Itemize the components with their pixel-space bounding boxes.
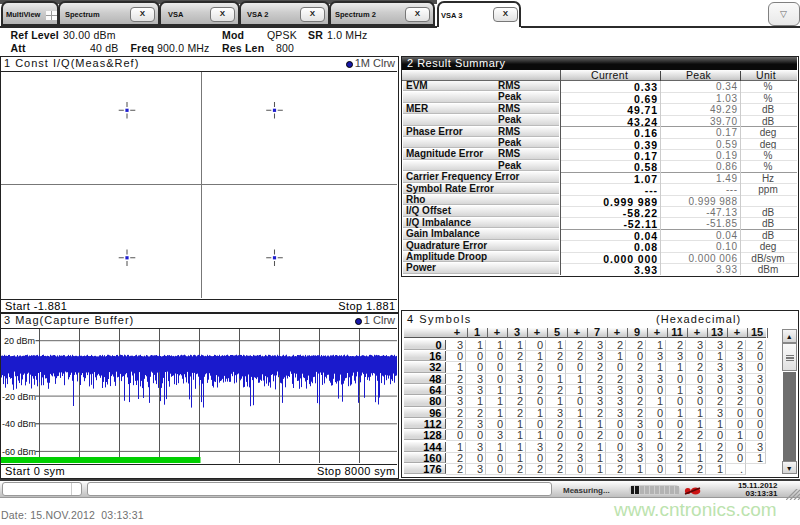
svg-text:20 dBm: 20 dBm — [4, 336, 35, 346]
svg-text:-40 dBm: -40 dBm — [2, 419, 36, 429]
svg-text:-20 dBm: -20 dBm — [2, 391, 36, 401]
svg-text:-60 dBm: -60 dBm — [2, 447, 36, 457]
